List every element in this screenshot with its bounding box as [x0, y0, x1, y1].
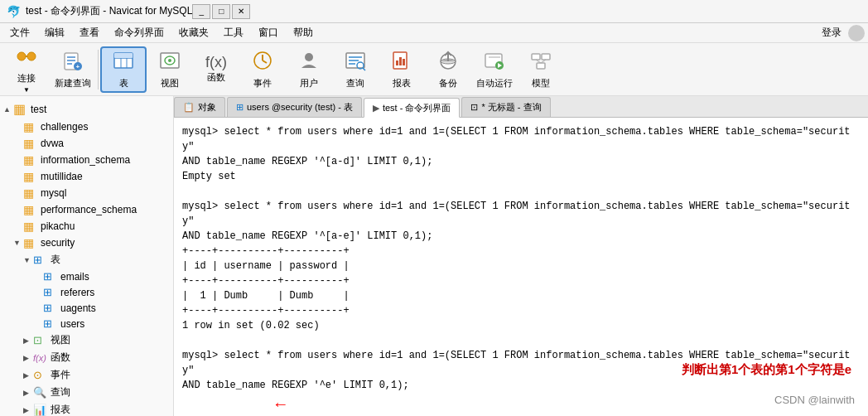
sidebar-tree: ▲ ▦ test ▦ challenges ▦ dvwa ▦ informati… — [0, 96, 173, 416]
svg-point-1 — [27, 52, 36, 60]
model-icon — [529, 49, 552, 75]
info-schema-label: information_schema — [41, 154, 130, 166]
tables-group-label: 表 — [51, 253, 60, 267]
sidebar-item-views-group[interactable]: ▶ ⊡ 视图 — [0, 331, 173, 349]
event-label: 事件 — [253, 77, 272, 89]
events-group-label: 事件 — [51, 368, 70, 382]
title-bar: 🐬 test - 命令列界面 - Navicat for MySQL _ □ ✕ — [0, 0, 868, 23]
sidebar-item-query-group[interactable]: ▶ 🔍 查询 — [0, 384, 173, 401]
tool-backup[interactable]: 备份 — [425, 46, 471, 93]
tool-function[interactable]: f(x) 函数 — [193, 46, 239, 93]
tab-object[interactable]: 📋 对象 — [174, 97, 225, 117]
menu-tools[interactable]: 工具 — [217, 24, 250, 41]
new-query-icon: + — [61, 50, 84, 75]
db-icon-perf: ▦ — [23, 203, 38, 216]
watermark: CSDN @lainwith — [774, 394, 855, 406]
sidebar-item-mutillidae[interactable]: ▦ mutillidae — [0, 168, 173, 185]
sidebar-item-dvwa[interactable]: ▦ dvwa — [0, 135, 173, 152]
svg-rect-40 — [537, 63, 545, 69]
backup-icon — [436, 49, 460, 75]
result-table-1-row: | 1 | Dumb | Dumb | — [182, 288, 860, 303]
svg-point-16 — [168, 59, 171, 62]
tool-view[interactable]: 视图 — [147, 46, 193, 93]
sidebar-item-performance-schema[interactable]: ▦ performance_schema — [0, 201, 173, 218]
menu-view[interactable]: 查看 — [73, 24, 106, 41]
svg-rect-28 — [396, 60, 398, 65]
sidebar-item-functions-group[interactable]: ▶ f(x) 函数 — [0, 349, 173, 366]
sidebar-item-report-group[interactable]: ▶ 📊 报表 — [0, 401, 173, 416]
sidebar-item-information-schema[interactable]: ▦ information_schema — [0, 152, 173, 168]
tool-auto-run[interactable]: 自动运行 — [471, 46, 518, 93]
tool-connect[interactable]: 连接 ▼ — [3, 46, 50, 93]
sidebar-item-challenges[interactable]: ▦ challenges — [0, 119, 173, 135]
menu-favorites[interactable]: 收藏夹 — [172, 24, 215, 41]
root-db-icon: ▦ — [13, 101, 28, 117]
sidebar-item-pikachu[interactable]: ▦ pikachu — [0, 218, 173, 235]
table-label: 表 — [119, 77, 128, 89]
views-group-label: 视图 — [51, 333, 70, 347]
sidebar-item-referers[interactable]: ⊞ referers — [0, 284, 173, 300]
table-icon-emails: ⊞ — [43, 270, 58, 283]
user-icon — [297, 49, 321, 75]
console-line-7: mysql> select * from users where id=1 an… — [182, 348, 860, 378]
menu-edit[interactable]: 编辑 — [38, 24, 71, 41]
tool-query[interactable]: 查询 — [332, 46, 379, 93]
menu-console[interactable]: 命令列界面 — [108, 24, 171, 41]
tab-users-table-icon: ⊞ — [236, 102, 244, 113]
query-group-label: 查询 — [51, 385, 70, 399]
query-label: 查询 — [346, 77, 364, 89]
tab-bar: 📋 对象 ⊞ users @security (test) - 表 ▶ test… — [174, 96, 868, 118]
watermark-text: CSDN @lainwith — [774, 394, 855, 406]
db-icon-info: ▦ — [23, 153, 38, 167]
connect-icon — [15, 45, 38, 70]
svg-rect-38 — [532, 54, 540, 60]
sidebar: ▲ ▦ test ▦ challenges ▦ dvwa ▦ informati… — [0, 96, 174, 416]
tool-report[interactable]: 报表 — [379, 46, 425, 93]
close-button[interactable]: ✕ — [232, 4, 250, 19]
sidebar-item-emails[interactable]: ⊞ emails — [0, 268, 173, 284]
title-controls: _ □ ✕ — [192, 4, 250, 19]
login-button[interactable]: 登录 — [822, 26, 841, 40]
sidebar-item-security[interactable]: ▼ ▦ security — [0, 235, 173, 251]
console-line-6: 1 row in set (0.02 sec) — [182, 318, 860, 333]
tab-users-table-label: users @security (test) - 表 — [247, 101, 353, 114]
event-group-icon: ⊙ — [33, 369, 48, 381]
menu-help[interactable]: 帮助 — [287, 24, 320, 41]
maximize-button[interactable]: □ — [212, 4, 230, 19]
tool-model[interactable]: 模型 — [518, 46, 564, 93]
console-line-4: mysql> select * from users where id=1 an… — [182, 199, 860, 229]
view-label: 视图 — [161, 77, 179, 89]
user-label: 用户 — [300, 77, 318, 89]
table-icon — [112, 49, 135, 75]
sidebar-item-uagents[interactable]: ⊞ uagents — [0, 300, 173, 316]
db-icon-pikachu: ▦ — [23, 220, 38, 233]
db-icon-security: ▦ — [23, 236, 38, 249]
tab-untitled-query[interactable]: ⊡ * 无标题 - 查询 — [461, 97, 550, 117]
function-label: 函数 — [207, 71, 225, 84]
menu-file[interactable]: 文件 — [3, 24, 36, 41]
console-area[interactable]: mysql> select * from users where id=1 an… — [174, 118, 868, 416]
main-area: ▲ ▦ test ▦ challenges ▦ dvwa ▦ informati… — [0, 96, 868, 416]
tab-users-table[interactable]: ⊞ users @security (test) - 表 — [227, 97, 362, 117]
tool-event[interactable]: 事件 — [239, 46, 286, 93]
tab-untitled-label: * 无标题 - 查询 — [481, 101, 541, 114]
sidebar-item-mysql[interactable]: ▦ mysql — [0, 185, 173, 201]
report-label: 报表 — [393, 77, 411, 89]
table-icon-uagents: ⊞ — [43, 302, 58, 314]
tool-table[interactable]: 表 — [100, 46, 147, 93]
sidebar-item-users[interactable]: ⊞ users — [0, 316, 173, 331]
tool-user[interactable]: 用户 — [286, 46, 332, 93]
view-group-icon: ⊡ — [33, 334, 48, 346]
console-line-1: mysql> select * from users where id=1 an… — [182, 124, 860, 154]
menu-window[interactable]: 窗口 — [252, 24, 285, 41]
minimize-button[interactable]: _ — [192, 4, 210, 19]
dvwa-label: dvwa — [41, 138, 64, 149]
sidebar-item-tables-group[interactable]: ▼ ⊞ 表 — [0, 251, 173, 268]
function-icon: f(x) — [205, 55, 227, 70]
toolbar: 连接 ▼ + 新建查询 表 — [0, 43, 868, 96]
sidebar-item-root[interactable]: ▲ ▦ test — [0, 99, 173, 119]
tool-new-query[interactable]: + 新建查询 — [50, 46, 96, 93]
content-area: 📋 对象 ⊞ users @security (test) - 表 ▶ test… — [174, 96, 868, 416]
tab-console[interactable]: ▶ test - 命令列界面 — [364, 98, 461, 118]
sidebar-item-events-group[interactable]: ▶ ⊙ 事件 — [0, 366, 173, 384]
